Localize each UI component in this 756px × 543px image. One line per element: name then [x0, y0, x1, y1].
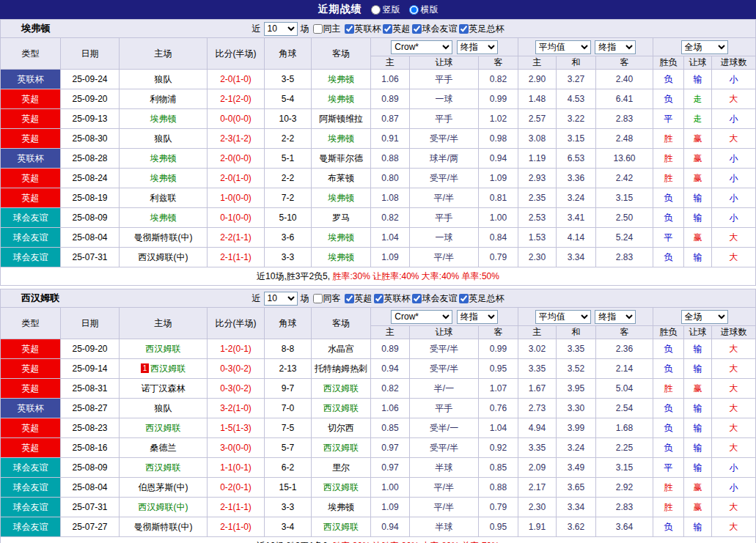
- away-team-name: 曼斯菲尔德: [319, 153, 363, 163]
- handicap-line: 受平/半: [410, 169, 479, 188]
- col-corner: 角球: [265, 38, 312, 70]
- score-link[interactable]: 0-1(0-0): [208, 208, 265, 228]
- avg-home-odds: 2.93: [518, 169, 557, 188]
- league-filter-checkbox[interactable]: [374, 294, 383, 303]
- match-date: 25-08-30: [61, 129, 120, 149]
- league-filter-checkbox[interactable]: [345, 294, 354, 303]
- league-filter[interactable]: 英足总杯: [458, 23, 504, 35]
- result-handicap: 输: [684, 188, 712, 208]
- score-link[interactable]: 0-3(0-2): [208, 379, 265, 399]
- score-link[interactable]: 0-2(0-1): [208, 478, 265, 498]
- home-team-cell: 埃弗顿: [120, 169, 208, 188]
- score-link[interactable]: 1-2(0-1): [208, 339, 265, 359]
- league-filter[interactable]: 球会友谊: [411, 23, 458, 35]
- match-date: 25-08-09: [61, 458, 120, 478]
- away-team-name: 西汉姆联: [323, 383, 359, 394]
- sub-col-goals: 进球数: [712, 56, 756, 70]
- corner-count: 2-2: [265, 169, 312, 188]
- avg-home-odds: 3.02: [518, 339, 557, 359]
- score-link[interactable]: 1-1(0-1): [208, 458, 265, 478]
- handicap-line: 平手: [410, 70, 479, 89]
- score-link[interactable]: 2-0(1-0): [208, 169, 265, 188]
- odds-stage-select[interactable]: 终指: [457, 40, 498, 54]
- league-filter[interactable]: 英足总杯: [458, 292, 504, 305]
- score-link[interactable]: 2-3(1-2): [208, 129, 265, 149]
- score-link[interactable]: 0-0(0-0): [208, 109, 265, 129]
- view-option-vertical[interactable]: 竖版: [371, 4, 400, 16]
- avg-stage-select[interactable]: 终指: [595, 310, 636, 324]
- corner-count: 2-2: [265, 129, 312, 149]
- avg-odds-select[interactable]: 平均值: [535, 40, 591, 54]
- league-filter-checkbox[interactable]: [383, 24, 392, 34]
- match-count-select[interactable]: 10: [264, 22, 298, 36]
- corner-count: 8-8: [265, 339, 312, 359]
- league-filter-checkbox[interactable]: [459, 294, 469, 303]
- avg-draw-odds: 3.35: [557, 339, 596, 359]
- score-link[interactable]: 1-0(0-0): [208, 188, 265, 208]
- score-link[interactable]: 3-2(1-0): [208, 399, 265, 418]
- same-side-filter[interactable]: 同主: [312, 23, 341, 35]
- match-scope-select[interactable]: 全场: [681, 40, 728, 54]
- handicap-line: 一球: [410, 228, 479, 248]
- avg-stage-select[interactable]: 终指: [595, 40, 636, 54]
- crow-home-odds: 0.89: [371, 339, 410, 359]
- league-filter[interactable]: 球会友谊: [411, 292, 458, 305]
- home-team-name: 埃弗顿: [150, 213, 177, 223]
- league-filter-checkbox[interactable]: [412, 24, 422, 34]
- score-link[interactable]: 2-0(1-0): [208, 70, 265, 89]
- home-team-cell: 利兹联: [120, 188, 208, 208]
- sub-col-avg-home: 主: [518, 56, 557, 70]
- horizontal-view-radio[interactable]: [409, 5, 419, 15]
- score-link[interactable]: 2-1(1-1): [208, 248, 265, 267]
- score-link[interactable]: 2-2(1-1): [208, 228, 265, 248]
- same-side-checkbox[interactable]: [313, 24, 323, 34]
- league-filter[interactable]: 英超: [381, 23, 411, 35]
- score-link[interactable]: 2-1(1-0): [208, 517, 265, 537]
- odds-company-select[interactable]: Crow*: [391, 40, 452, 54]
- league-filter-checkbox[interactable]: [345, 24, 354, 34]
- result-goals: 大: [712, 438, 756, 458]
- league-filter[interactable]: 英联杯: [343, 23, 381, 35]
- match-row: 英超25-08-31诺丁汉森林0-3(0-2)9-7西汉姆联0.82半/一1.0…: [1, 379, 756, 399]
- avg-away-odds: 5.24: [596, 228, 653, 248]
- match-scope-select[interactable]: 全场: [681, 310, 728, 324]
- away-team-name: 埃弗顿: [328, 232, 354, 243]
- home-team-name: 埃弗顿: [150, 153, 177, 163]
- league-filter-checkbox[interactable]: [459, 24, 469, 34]
- score-link[interactable]: 0-3(0-2): [208, 359, 265, 379]
- score-link[interactable]: 2-1(2-0): [208, 89, 265, 109]
- match-count-select[interactable]: 10: [264, 292, 298, 306]
- result-goals: 大: [712, 379, 756, 399]
- away-team-name: 水晶宫: [328, 344, 354, 354]
- league-filter[interactable]: 英超: [343, 292, 373, 305]
- score-link[interactable]: 3-0(0-0): [208, 438, 265, 458]
- section-header: 西汉姆联 近 10 场 同客 英超英联杯球会友谊英足总杯: [0, 289, 756, 307]
- home-team-cell: 狼队: [120, 129, 208, 149]
- view-option-horizontal[interactable]: 横版: [409, 4, 438, 16]
- score-link[interactable]: 1-5(1-3): [208, 418, 265, 438]
- league-filter-checkbox[interactable]: [412, 294, 422, 303]
- result-winloss: 负: [653, 359, 684, 379]
- crow-home-odds: 0.94: [371, 517, 410, 537]
- result-winloss: 胜: [653, 379, 684, 399]
- home-team-cell: 狼队: [120, 70, 208, 89]
- avg-home-odds: 2.90: [518, 70, 557, 89]
- odds-stage-select[interactable]: 终指: [457, 310, 498, 324]
- odds-company-select[interactable]: Crow*: [391, 310, 452, 324]
- result-handicap: 输: [684, 208, 712, 228]
- league-filter[interactable]: 英联杯: [373, 292, 411, 305]
- vertical-view-radio[interactable]: [371, 5, 381, 15]
- result-goals: 大: [712, 517, 756, 537]
- score-link[interactable]: 2-1(1-1): [208, 498, 265, 517]
- away-team-name: 西汉姆联: [323, 482, 359, 492]
- away-team-name: 西汉姆联: [323, 522, 359, 532]
- league-type-badge: 英超: [1, 359, 61, 379]
- away-team-cell: 托特纳姆热刺: [312, 359, 371, 379]
- same-side-checkbox[interactable]: [313, 294, 323, 303]
- col-away: 客场: [312, 38, 371, 70]
- result-handicap: 赢: [684, 498, 712, 517]
- avg-odds-select[interactable]: 平均值: [535, 310, 591, 324]
- score-link[interactable]: 2-0(0-0): [208, 149, 265, 169]
- same-side-filter[interactable]: 同客: [312, 292, 341, 305]
- result-handicap: 赢: [684, 149, 712, 169]
